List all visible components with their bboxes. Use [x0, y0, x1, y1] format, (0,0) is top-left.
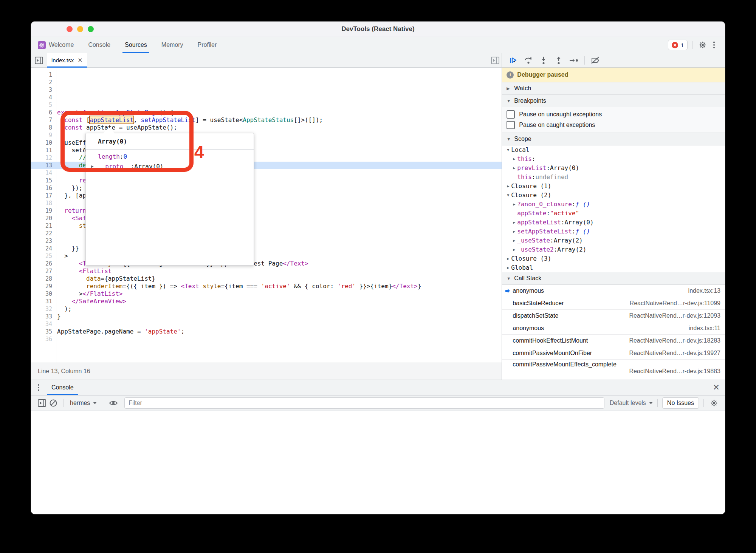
call-stack-frame[interactable]: commitPassiveMountOnFiberReactNativeRend… — [502, 347, 725, 360]
line-number[interactable]: 23 — [31, 237, 56, 245]
scope-row[interactable]: ▶Closure (1) — [502, 182, 725, 191]
resume-script-icon[interactable] — [506, 55, 521, 66]
code-line[interactable]: 6export function AppStatePage() { — [31, 109, 502, 116]
file-tab-index-tsx[interactable]: index.tsx ✕ — [47, 53, 87, 67]
toggle-navigator-icon[interactable] — [31, 53, 47, 67]
line-number[interactable]: 36 — [31, 335, 56, 343]
code-line[interactable]: 1 — [31, 71, 502, 79]
scope-row[interactable]: ▶_useState2: Array(2) — [502, 245, 725, 254]
line-number[interactable]: 33 — [31, 313, 56, 320]
line-number[interactable]: 15 — [31, 177, 56, 184]
line-number[interactable]: 28 — [31, 275, 56, 283]
scope-row[interactable]: this: undefined — [502, 173, 725, 182]
step-over-icon[interactable] — [521, 55, 536, 66]
line-number[interactable]: 10 — [31, 139, 56, 147]
code-line[interactable]: 36 — [31, 335, 502, 343]
call-stack-section-header[interactable]: ▼ Call Stack — [502, 272, 725, 285]
code-line[interactable]: 33} — [31, 313, 502, 320]
chevron-down-icon[interactable]: ▼ — [505, 191, 511, 200]
line-number[interactable]: 34 — [31, 320, 56, 328]
chevron-right-icon[interactable]: ▶ — [505, 254, 511, 263]
scope-row[interactable]: ▶_useState: Array(2) — [502, 236, 725, 245]
code-line[interactable]: 5 — [31, 101, 502, 109]
chevron-right-icon[interactable]: ▶ — [511, 227, 517, 236]
code-line[interactable]: 35AppStatePage.pageName = 'appState'; — [31, 328, 502, 335]
console-settings-gear-icon[interactable] — [708, 397, 720, 409]
line-number[interactable]: 16 — [31, 184, 56, 192]
call-stack-frame[interactable]: dispatchSetStateReactNativeRend…r-dev.js… — [502, 310, 725, 322]
code-line[interactable]: 7 const [appStateList, setAppStateList] … — [31, 116, 502, 124]
chevron-down-icon[interactable]: ▼ — [505, 145, 511, 154]
line-number[interactable]: 20 — [31, 215, 56, 222]
line-number[interactable]: 17 — [31, 192, 56, 199]
show-console-sidebar-icon[interactable] — [36, 397, 48, 409]
frame-location[interactable]: ReactNativeRend…r-dev.js:19883 — [505, 368, 720, 375]
line-number[interactable]: 6 — [31, 109, 56, 116]
code-line[interactable]: 32 ); — [31, 305, 502, 313]
line-number[interactable]: 12 — [31, 154, 56, 162]
chevron-right-icon[interactable]: ▶ — [511, 164, 517, 173]
scope-row[interactable]: appState: "active" — [502, 209, 725, 218]
frame-location[interactable]: ReactNativeRend…r-dev.js:18283 — [629, 337, 720, 344]
code-line[interactable]: 28 data={appStateList} — [31, 275, 502, 283]
line-number[interactable]: 18 — [31, 199, 56, 207]
chevron-right-icon[interactable]: ▶ — [511, 200, 517, 209]
scope-row[interactable]: ▶this: — [502, 154, 725, 164]
line-number[interactable]: 22 — [31, 230, 56, 237]
line-number[interactable]: 4 — [31, 94, 56, 101]
code-line[interactable]: 2 — [31, 79, 502, 86]
checkbox-unchecked[interactable] — [507, 121, 515, 129]
hovered-token[interactable]: appStateList — [90, 116, 134, 124]
clear-console-icon[interactable] — [48, 397, 59, 409]
checkbox-unchecked[interactable] — [507, 110, 515, 119]
scope-row[interactable]: ▶Global — [502, 263, 725, 272]
tab-sources[interactable]: Sources — [125, 37, 147, 53]
line-number[interactable]: 27 — [31, 267, 56, 275]
chevron-right-icon[interactable]: ▶ — [511, 245, 517, 254]
scope-row[interactable]: ▼Local — [502, 145, 725, 154]
issues-button[interactable]: No Issues — [662, 397, 699, 409]
code-line[interactable]: 34 — [31, 320, 502, 328]
call-stack-frame[interactable]: commitPassiveMountEffects_completeReactN… — [502, 360, 725, 378]
code-line[interactable]: 4 — [31, 94, 502, 101]
frame-location[interactable]: index.tsx:13 — [688, 287, 720, 294]
line-number[interactable]: 29 — [31, 283, 56, 290]
call-stack-frame[interactable]: basicStateReducerReactNativeRend…r-dev.j… — [502, 297, 725, 310]
line-number[interactable]: 21 — [31, 222, 56, 230]
tooltip-property-row[interactable]: ▶__proto__: Array(0) — [91, 162, 248, 171]
console-drawer-tab[interactable]: Console — [45, 380, 80, 395]
line-number[interactable]: 9 — [31, 131, 56, 139]
tab-memory[interactable]: Memory — [161, 37, 183, 53]
console-messages-area[interactable] — [31, 411, 725, 514]
breakpoints-section-header[interactable]: ▼ Breakpoints — [502, 95, 725, 107]
scope-row[interactable]: ▶prevList: Array(0) — [502, 164, 725, 173]
chevron-right-icon[interactable]: ▶ — [505, 263, 511, 272]
frame-location[interactable]: index.tsx:11 — [689, 325, 720, 332]
toggle-debugger-sidebar-icon[interactable] — [491, 53, 499, 67]
tab-welcome[interactable]: Welcome — [38, 37, 74, 53]
line-number[interactable]: 32 — [31, 305, 56, 313]
settings-gear-icon[interactable] — [697, 39, 708, 51]
line-number[interactable]: 30 — [31, 290, 56, 298]
drawer-menu-icon[interactable] — [38, 384, 39, 391]
code-line[interactable]: 27 <FlatList — [31, 267, 502, 275]
step-into-icon[interactable] — [536, 55, 551, 66]
scope-row[interactable]: ▶?anon_0_closure: ƒ () — [502, 200, 725, 209]
call-stack-frame[interactable]: commitHookEffectListMountReactNativeRend… — [502, 335, 725, 347]
eye-icon[interactable] — [108, 397, 119, 409]
line-number[interactable]: 1 — [31, 71, 56, 79]
more-options-icon[interactable] — [708, 39, 720, 51]
frame-location[interactable]: ReactNativeRend…r-dev.js:19927 — [629, 350, 720, 357]
line-number[interactable]: 14 — [31, 169, 56, 177]
scope-section-header[interactable]: ▼ Scope — [502, 133, 725, 145]
line-number[interactable]: 19 — [31, 207, 56, 215]
close-drawer-icon[interactable]: ✕ — [713, 380, 720, 395]
line-number[interactable]: 35 — [31, 328, 56, 335]
step-out-icon[interactable] — [551, 55, 566, 66]
line-number[interactable]: 2 — [31, 79, 56, 86]
chevron-right-icon[interactable]: ▶ — [511, 236, 517, 245]
line-number[interactable]: 13 — [31, 162, 56, 169]
line-number[interactable]: 3 — [31, 86, 56, 94]
call-stack-frame[interactable]: anonymousindex.tsx:13 — [502, 285, 725, 297]
scope-row[interactable]: ▼Closure (2) — [502, 191, 725, 200]
